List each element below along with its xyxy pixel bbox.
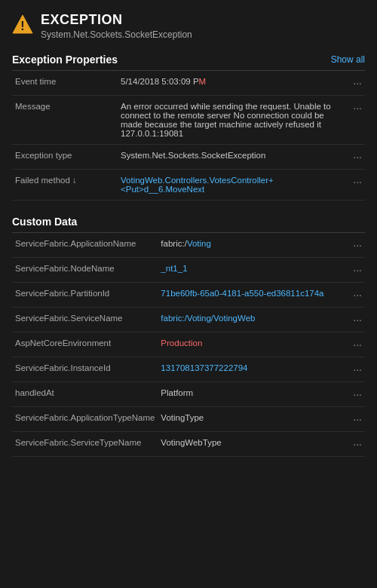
prop-name-instance-id: ServiceFabric.InstanceId: [12, 357, 158, 382]
prop-name-service-type-name: ServiceFabric.ServiceTypeName: [12, 432, 158, 457]
prop-actions-handled-at[interactable]: ···: [347, 382, 365, 407]
prop-name-message: Message: [12, 96, 118, 145]
prop-actions-app-type-name[interactable]: ···: [347, 407, 365, 432]
prop-name-service-name: ServiceFabric.ServiceName: [12, 308, 158, 332]
prop-name-exception-type: Exception type: [12, 145, 118, 170]
exception-title: EXCEPTION: [41, 12, 192, 28]
prop-value-node-name: _nt1_1: [158, 258, 347, 283]
prop-actions-instance-id[interactable]: ···: [347, 357, 365, 382]
prop-value-event-time: 5/14/2018 5:03:09 PM: [118, 71, 347, 96]
prop-actions-service-name[interactable]: ···: [347, 308, 365, 332]
prop-name-app-name: ServiceFabric.ApplicationName: [12, 233, 158, 258]
exception-properties-table: Event time 5/14/2018 5:03:09 PM ··· Mess…: [12, 71, 365, 201]
exception-properties-header: Exception Properties Show all: [12, 54, 365, 71]
exception-subtitle: System.Net.Sockets.SocketException: [41, 29, 192, 40]
prop-name-aspnet-env: AspNetCoreEnvironment: [12, 332, 158, 357]
table-row: AspNetCoreEnvironment Production ···: [12, 332, 365, 357]
table-row: ServiceFabric.NodeName _nt1_1 ···: [12, 258, 365, 283]
warning-icon: !: [12, 14, 33, 35]
prop-value-app-type-name: VotingType: [158, 407, 347, 432]
prop-actions-service-type-name[interactable]: ···: [347, 432, 365, 457]
prop-value-service-name: fabric:/Voting/VotingWeb: [158, 308, 347, 332]
table-row: ServiceFabric.ApplicationName fabric:/Vo…: [12, 233, 365, 258]
table-row: ServiceFabric.PartitionId 71be60fb-65a0-…: [12, 283, 365, 308]
table-row: Exception type System.Net.Sockets.Socket…: [12, 145, 365, 170]
event-time-highlight: M: [199, 77, 207, 86]
exception-title-group: EXCEPTION System.Net.Sockets.SocketExcep…: [41, 12, 192, 40]
prop-actions-failed-method[interactable]: ···: [347, 170, 365, 201]
prop-actions-message[interactable]: ···: [347, 96, 365, 145]
prop-value-handled-at: Platform: [158, 382, 347, 407]
prop-actions-node-name[interactable]: ···: [347, 258, 365, 283]
prop-value-aspnet-env: Production: [158, 332, 347, 357]
prop-value-app-name: fabric:/Voting: [158, 233, 347, 258]
show-all-link[interactable]: Show all: [331, 54, 365, 65]
prop-name-app-type-name: ServiceFabric.ApplicationTypeName: [12, 407, 158, 432]
table-row: Failed method ↓ VotingWeb.Controllers.Vo…: [12, 170, 365, 201]
prop-value-exception-type: System.Net.Sockets.SocketException: [118, 145, 347, 170]
prop-name-event-time: Event time: [12, 71, 118, 96]
app-name-link[interactable]: Voting: [187, 239, 211, 248]
prop-name-handled-at: handledAt: [12, 382, 158, 407]
exception-header: ! EXCEPTION System.Net.Sockets.SocketExc…: [12, 12, 365, 40]
prop-actions-app-name[interactable]: ···: [347, 233, 365, 258]
prop-value-message: An error occurred while sending the requ…: [118, 96, 347, 145]
prop-actions-exception-type[interactable]: ···: [347, 145, 365, 170]
failed-method-link[interactable]: VotingWeb.Controllers.VotesController+<P…: [121, 176, 274, 194]
table-row: Message An error occurred while sending …: [12, 96, 365, 145]
prop-actions-partition-id[interactable]: ···: [347, 283, 365, 308]
custom-data-table: ServiceFabric.ApplicationName fabric:/Vo…: [12, 233, 365, 457]
custom-data-title: Custom Data: [12, 216, 77, 228]
aspnet-env-value: Production: [161, 338, 202, 348]
instance-id-link[interactable]: 131708137377222794: [161, 363, 247, 372]
table-row: ServiceFabric.ServiceName fabric:/Voting…: [12, 308, 365, 332]
prop-actions-aspnet-env[interactable]: ···: [347, 332, 365, 357]
table-row: Event time 5/14/2018 5:03:09 PM ···: [12, 71, 365, 96]
prop-name-partition-id: ServiceFabric.PartitionId: [12, 283, 158, 308]
prop-name-node-name: ServiceFabric.NodeName: [12, 258, 158, 283]
prop-value-service-type-name: VotingWebType: [158, 432, 347, 457]
exception-properties-title: Exception Properties: [12, 54, 118, 66]
prop-value-instance-id: 131708137377222794: [158, 357, 347, 382]
table-row: ServiceFabric.ApplicationTypeName Voting…: [12, 407, 365, 432]
page-container: ! EXCEPTION System.Net.Sockets.SocketExc…: [0, 0, 377, 484]
prop-actions-event-time[interactable]: ···: [347, 71, 365, 96]
svg-text:!: !: [20, 20, 24, 32]
partition-id-link[interactable]: 71be60fb-65a0-4181-a550-ed36811c174a: [161, 289, 323, 298]
prop-value-failed-method: VotingWeb.Controllers.VotesController+<P…: [118, 170, 347, 201]
prop-name-failed-method: Failed method ↓: [12, 170, 118, 201]
table-row: ServiceFabric.InstanceId 131708137377222…: [12, 357, 365, 382]
custom-data-header: Custom Data: [12, 216, 365, 233]
custom-data-section: Custom Data ServiceFabric.ApplicationNam…: [12, 216, 365, 457]
app-name-prefix: fabric:/: [161, 239, 187, 248]
node-name-link[interactable]: _nt1_1: [161, 264, 187, 273]
table-row: handledAt Platform ···: [12, 382, 365, 407]
prop-value-partition-id: 71be60fb-65a0-4181-a550-ed36811c174a: [158, 283, 347, 308]
table-row: ServiceFabric.ServiceTypeName VotingWebT…: [12, 432, 365, 457]
service-name-link[interactable]: fabric:/Voting/VotingWeb: [161, 314, 255, 323]
